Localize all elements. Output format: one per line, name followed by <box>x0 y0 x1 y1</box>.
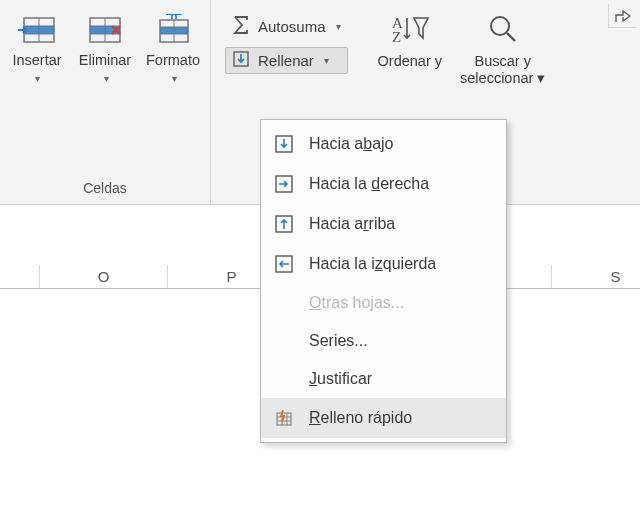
format-icon <box>152 14 194 46</box>
menu-fill-up[interactable]: Hacia arriba <box>261 204 506 244</box>
autosum-label: Autosuma <box>258 18 326 35</box>
fill-label: Rellenar <box>258 52 314 69</box>
svg-text:Z: Z <box>392 29 401 45</box>
menu-fill-sheets: Otras hojas... <box>261 284 506 322</box>
svg-rect-14 <box>160 27 188 34</box>
format-button[interactable]: Formato▾ <box>142 8 204 85</box>
find-select-button[interactable]: Buscar yseleccionar ▾ <box>460 8 545 86</box>
arrow-up-box-icon <box>273 214 295 234</box>
svg-line-20 <box>507 33 515 41</box>
delete-label: Eliminar <box>79 52 131 68</box>
fill-down-icon <box>232 50 250 71</box>
sort-filter-button[interactable]: A Z Ordenar y <box>378 8 442 70</box>
arrow-left-box-icon <box>273 254 295 274</box>
insert-button[interactable]: Insertar▾ <box>6 8 68 85</box>
svg-point-19 <box>491 17 509 35</box>
format-label: Formato <box>146 52 200 68</box>
insert-icon <box>16 14 58 46</box>
menu-fill-down[interactable]: Hacia abajo <box>261 124 506 164</box>
sigma-icon <box>232 15 250 38</box>
delete-icon <box>84 14 126 46</box>
findselect-line1: Buscar y <box>475 53 531 69</box>
cells-group-label: Celdas <box>83 180 127 202</box>
menu-fill-right[interactable]: Hacia la derecha <box>261 164 506 204</box>
find-icon <box>486 12 520 49</box>
menu-flash-fill[interactable]: Relleno rápido <box>261 398 506 438</box>
sortfilter-label: Ordenar y <box>378 53 442 70</box>
arrow-down-box-icon <box>273 134 295 154</box>
col-header[interactable]: O <box>40 265 168 288</box>
menu-series-label: Series... <box>309 332 492 350</box>
arrow-right-box-icon <box>273 174 295 194</box>
flash-fill-icon <box>273 408 295 428</box>
sort-filter-icon: A Z <box>390 12 430 49</box>
fill-dropdown-menu: Hacia abajo Hacia la derecha Hacia arrib… <box>260 119 507 443</box>
autosum-button[interactable]: Autosuma ▾ <box>225 12 348 41</box>
col-header[interactable]: S <box>552 265 640 288</box>
fill-button[interactable]: Rellenar ▾ <box>225 47 348 74</box>
svg-rect-25 <box>277 413 291 425</box>
menu-fill-series[interactable]: Series... <box>261 322 506 360</box>
menu-fill-left[interactable]: Hacia la izquierda <box>261 244 506 284</box>
delete-button[interactable]: Eliminar▾ <box>74 8 136 85</box>
insert-label: Insertar <box>12 52 61 68</box>
findselect-line2: seleccionar <box>460 70 533 86</box>
cells-group: Insertar▾ Eliminar▾ <box>0 0 211 204</box>
svg-rect-4 <box>24 26 54 34</box>
menu-fill-justify[interactable]: Justificar <box>261 360 506 398</box>
